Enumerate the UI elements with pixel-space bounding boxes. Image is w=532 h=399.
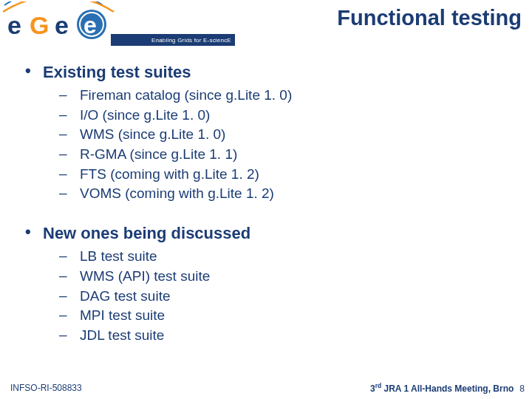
svg-text:G: G	[30, 11, 49, 39]
dash-icon: –	[59, 126, 80, 142]
svg-text:e: e	[83, 12, 97, 38]
slide-body: • Existing test suites –Fireman catalog …	[25, 63, 517, 366]
slide-title: Functional testing	[337, 6, 522, 30]
slide: e G e e Enabling Grids for E-sciencE Fun…	[0, 0, 532, 399]
list-item: –DAG test suite	[59, 287, 517, 306]
list-item: –Fireman catalog (since g.Lite 1. 0)	[59, 86, 517, 105]
tagline: Enabling Grids for E-sciencE	[151, 37, 231, 44]
section-heading: Existing test suites	[43, 63, 191, 82]
dash-icon: –	[59, 106, 80, 123]
sub-list: –LB test suite –WMS (API) test suite –DA…	[59, 248, 517, 344]
section-heading-row: • Existing test suites	[25, 63, 517, 82]
slide-footer: INFSO-RI-508833 3rd JRA 1 All-Hands Meet…	[0, 380, 532, 396]
dash-icon: –	[59, 86, 80, 103]
list-item: –LB test suite	[59, 248, 517, 266]
list-item: –JDL test suite	[59, 327, 517, 345]
svg-text:e: e	[55, 11, 69, 39]
section-heading: New ones being discussed	[43, 224, 250, 243]
dash-icon: –	[59, 166, 80, 182]
list-item: –WMS (API) test suite	[59, 267, 517, 286]
svg-text:e: e	[7, 11, 21, 39]
dash-icon: –	[59, 185, 80, 201]
list-item: –WMS (since g.Lite 1. 0)	[59, 126, 517, 144]
footer-right: 3rd JRA 1 All-Hands Meeting, Brno 8	[370, 382, 525, 394]
dash-icon: –	[59, 327, 80, 343]
list-item: –VOMS (coming with g.Lite 1. 2)	[59, 185, 517, 203]
footer-left: INFSO-RI-508833	[10, 383, 82, 393]
list-item: –R-GMA (since g.Lite 1. 1)	[59, 146, 517, 164]
bullet-icon: •	[25, 63, 43, 79]
dash-icon: –	[59, 248, 80, 264]
list-item: –MPI test suite	[59, 307, 517, 325]
dash-icon: –	[59, 287, 80, 304]
dash-icon: –	[59, 307, 80, 323]
bullet-icon: •	[25, 224, 43, 240]
page-number: 8	[519, 383, 525, 394]
list-item: –FTS (coming with g.Lite 1. 2)	[59, 166, 517, 184]
list-item: –I/O (since g.Lite 1. 0)	[59, 106, 517, 125]
dash-icon: –	[59, 267, 80, 284]
tagline-strip: Enabling Grids for E-sciencE	[111, 34, 235, 46]
footer-meeting: 3rd JRA 1 All-Hands Meeting, Brno	[370, 382, 514, 394]
dash-icon: –	[59, 146, 80, 162]
sub-list: –Fireman catalog (since g.Lite 1. 0) –I/…	[59, 86, 517, 203]
section-heading-row: • New ones being discussed	[25, 224, 517, 243]
slide-header: e G e e Enabling Grids for E-sciencE Fun…	[0, 0, 532, 53]
